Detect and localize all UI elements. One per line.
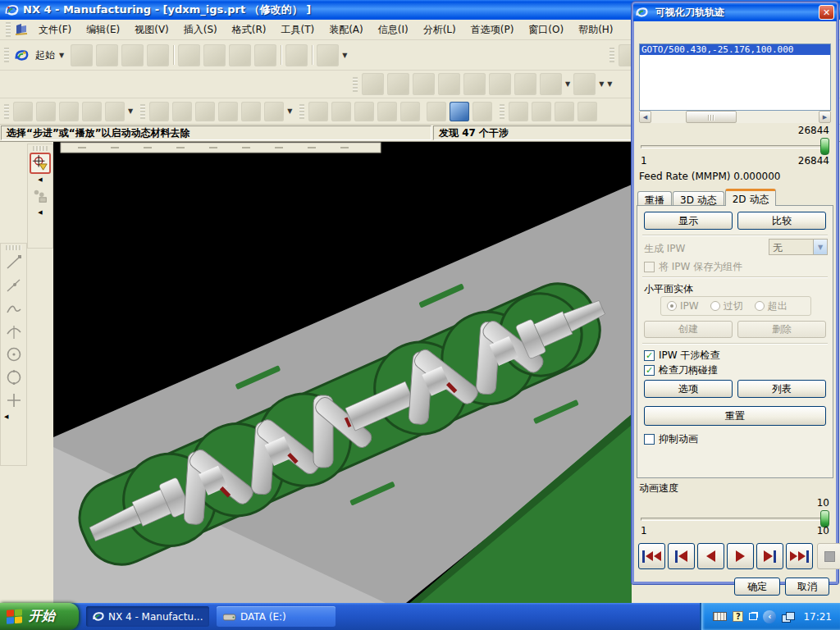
taskbar-task-nx[interactable]: NX 4 - Manufactu... xyxy=(86,606,209,627)
step-forward-button[interactable] xyxy=(756,543,783,569)
list-toolpath-icon[interactable] xyxy=(400,102,420,121)
show-button[interactable]: 显示 xyxy=(644,212,733,230)
list-horizontal-scrollbar[interactable]: ◀ ▶ xyxy=(639,111,831,123)
menu-insert[interactable]: 插入(S) xyxy=(176,21,225,39)
spline-icon[interactable] xyxy=(3,298,25,319)
create-geometry-icon[interactable] xyxy=(59,102,79,121)
step-back-button[interactable] xyxy=(668,543,695,569)
view-style-dropdown-icon[interactable]: ▼ xyxy=(565,80,570,88)
edit-op-dropdown-icon[interactable]: ▼ xyxy=(287,107,292,115)
compare-button[interactable]: 比较 xyxy=(737,212,826,230)
menubar-grip[interactable] xyxy=(6,22,11,37)
output-toolpath-icon[interactable] xyxy=(354,102,374,121)
create-method-icon[interactable] xyxy=(82,102,102,121)
menu-view[interactable]: 视图(V) xyxy=(127,21,176,39)
copy-icon[interactable] xyxy=(203,44,226,66)
circle-center-icon[interactable] xyxy=(3,344,25,365)
toolbar-overflow-icon[interactable]: ▼ xyxy=(342,52,347,59)
display-mode-dropdown-icon[interactable]: ▼ xyxy=(599,80,604,88)
taskbar-task-data-drive[interactable]: DATA (E:) xyxy=(217,606,336,627)
zoom-window-icon[interactable] xyxy=(387,73,409,95)
menu-analysis[interactable]: 分析(L) xyxy=(416,21,463,39)
print-icon[interactable] xyxy=(147,44,169,66)
play-backward-button[interactable] xyxy=(697,543,724,569)
holder-collision-checkbox[interactable]: ✓ 检查刀柄碰撞 xyxy=(644,363,718,377)
menu-edit[interactable]: 编辑(E) xyxy=(79,21,127,39)
inferred-line-icon[interactable] xyxy=(3,275,25,296)
scrollbar-track[interactable] xyxy=(651,111,819,123)
point-icon[interactable] xyxy=(3,390,25,411)
curve-toolbar-grip[interactable] xyxy=(6,245,21,250)
toolpath-toolbar-grip[interactable] xyxy=(299,104,304,119)
view-toolbar-grip[interactable] xyxy=(353,77,358,92)
path-slider-thumb[interactable] xyxy=(820,138,829,155)
ops-toolbar-grip[interactable] xyxy=(500,104,504,119)
verify-toolpath-icon[interactable] xyxy=(450,102,469,121)
menu-window[interactable]: 窗口(O) xyxy=(521,21,571,39)
go-to-end-button[interactable] xyxy=(786,543,813,569)
dialog-title-bar[interactable]: 可视化刀轨轨迹 ✕ xyxy=(633,3,837,21)
ok-button[interactable]: 确定 xyxy=(734,578,780,596)
curve-toolbar-collapse-icon[interactable]: ◀ xyxy=(1,413,26,421)
snap-toolbar-grip[interactable] xyxy=(33,146,48,151)
scrollbar-thumb[interactable] xyxy=(686,111,737,123)
create-tool-icon[interactable] xyxy=(36,102,56,121)
go-to-start-button[interactable] xyxy=(638,543,665,569)
animation-speed-slider[interactable] xyxy=(641,510,829,527)
start-button[interactable]: 开始 xyxy=(0,603,79,630)
path-position-slider[interactable] xyxy=(641,138,829,155)
play-forward-button[interactable] xyxy=(727,543,754,569)
suppress-animation-checkbox[interactable]: 抑制动画 xyxy=(644,432,698,446)
save-file-icon[interactable] xyxy=(121,44,144,66)
menu-preferences[interactable]: 首选项(P) xyxy=(463,21,522,39)
magnifier-icon[interactable] xyxy=(438,73,460,95)
restore-window-tray-icon[interactable] xyxy=(749,613,757,620)
export-icon[interactable] xyxy=(317,44,339,66)
create-dropdown-icon[interactable]: ▼ xyxy=(128,107,133,115)
report-icon[interactable] xyxy=(555,102,574,121)
arc-icon[interactable] xyxy=(3,321,25,342)
rotate-view-icon[interactable] xyxy=(463,73,486,95)
shaded-view-icon[interactable] xyxy=(514,73,536,95)
paste-icon[interactable] xyxy=(229,44,251,66)
simulate-machine-icon[interactable] xyxy=(472,102,492,121)
help-tray-icon[interactable]: ? xyxy=(733,611,743,622)
list-button[interactable]: 列表 xyxy=(737,380,826,398)
input-method-keyboard-icon[interactable] xyxy=(713,612,727,621)
toolpath-event-list[interactable]: GOTO/500.430,-25.176,100.000 xyxy=(639,43,831,111)
circle-icon[interactable] xyxy=(3,367,25,388)
dialog-close-button[interactable]: ✕ xyxy=(819,5,834,20)
selected-goto-line[interactable]: GOTO/500.430,-25.176,100.000 xyxy=(640,44,830,55)
start-dropdown-icon[interactable]: ▼ xyxy=(59,52,64,59)
menu-file[interactable]: 文件(F) xyxy=(31,21,79,39)
view-toolbar-overflow-icon[interactable]: ▼ xyxy=(607,80,612,88)
reset-button[interactable]: 重置 xyxy=(644,406,826,426)
graphics-viewport[interactable] xyxy=(53,142,632,603)
confirm-toolpath-icon[interactable] xyxy=(377,102,397,121)
snap-collapse-icon[interactable]: ◀ xyxy=(28,176,52,184)
cut-icon[interactable] xyxy=(178,44,200,66)
tab-2d-dynamic[interactable]: 2D 动态 xyxy=(725,189,777,206)
display-mode-icon[interactable] xyxy=(573,73,596,95)
create-program-icon[interactable] xyxy=(13,102,33,121)
edit-op-toolbar-grip[interactable] xyxy=(140,104,145,119)
ipw-interference-checkbox[interactable]: ✓ IPW 干涉检查 xyxy=(644,349,719,363)
paste-operation-icon[interactable] xyxy=(218,102,238,121)
replay-toolpath-icon[interactable] xyxy=(331,102,351,121)
wireframe-cube-icon[interactable] xyxy=(540,73,562,95)
scroll-right-icon[interactable]: ▶ xyxy=(819,111,831,123)
line-icon[interactable] xyxy=(3,252,25,273)
menu-format[interactable]: 格式(R) xyxy=(225,21,274,39)
start-app-button[interactable]: 起始 ▼ xyxy=(11,47,69,64)
tab-replay[interactable]: 重播 xyxy=(637,191,672,206)
menu-assemblies[interactable]: 装配(A) xyxy=(322,21,371,39)
shop-doc-icon[interactable] xyxy=(427,102,446,121)
fit-view-icon[interactable] xyxy=(362,73,384,95)
curve-rule-icon[interactable] xyxy=(30,185,51,207)
swap-layer-icon[interactable] xyxy=(509,102,528,121)
copy-operation-icon[interactable] xyxy=(195,102,215,121)
new-file-icon[interactable] xyxy=(71,44,93,66)
cut-operation-icon[interactable] xyxy=(172,102,192,121)
snap-point-filter-icon[interactable] xyxy=(30,153,51,174)
edit-operation-icon[interactable] xyxy=(149,102,169,121)
